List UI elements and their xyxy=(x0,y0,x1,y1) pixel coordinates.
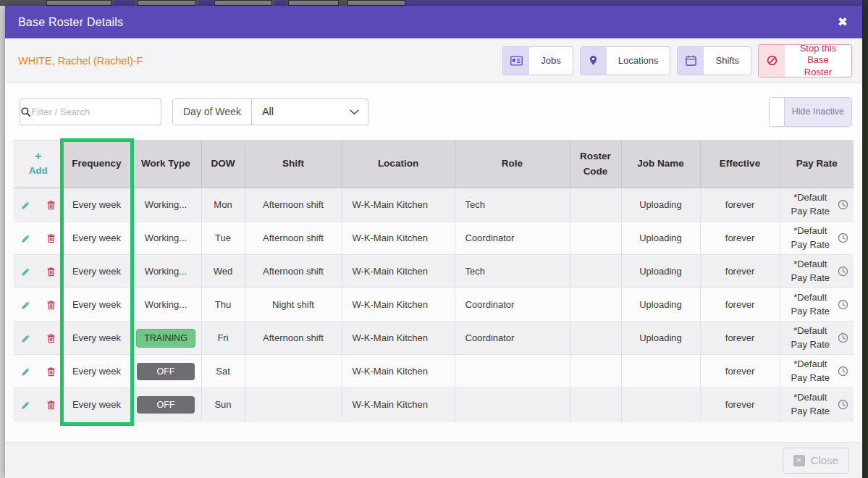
hide-inactive-button[interactable]: Hide Inactive xyxy=(769,97,852,127)
background-button xyxy=(138,0,195,6)
location-cell: W-K-Main Kitchen xyxy=(342,188,455,222)
stop-base-roster-button[interactable]: Stop this Base Roster xyxy=(758,44,852,77)
column-header-role: Role xyxy=(455,141,570,188)
delete-icon[interactable] xyxy=(46,267,56,277)
role-cell: Coordinator xyxy=(455,322,570,355)
pay-rate-cell: *Default Pay Rate xyxy=(780,322,854,355)
job-name-cell xyxy=(621,388,700,422)
dow-cell: Fri xyxy=(201,322,245,355)
frequency-cell: Every week xyxy=(63,188,130,222)
column-header-roster-code: Roster Code xyxy=(570,141,621,188)
shift-cell: Night shift xyxy=(245,288,342,322)
dow-cell: Tue xyxy=(201,222,245,255)
job-name-cell: Uploading xyxy=(621,288,700,322)
pay-rate-cell: *Default Pay Rate xyxy=(780,388,854,422)
pay-rate-cell: *Default Pay Rate xyxy=(780,222,854,255)
pay-rate-cell: *Default Pay Rate xyxy=(780,255,854,288)
plus-icon: + xyxy=(14,150,63,162)
column-header-shift: Shift xyxy=(245,141,342,188)
close-button[interactable]: ✕ Close xyxy=(783,448,849,474)
table-row: Every week Working... Mon Afternoon shif… xyxy=(14,188,854,222)
action-button-group: Jobs Locations Shifts xyxy=(502,44,852,77)
location-cell: W-K-Main Kitchen xyxy=(342,388,455,422)
table-row: Every week TRAINING Fri Afternoon shift … xyxy=(14,322,854,355)
close-button-label: Close xyxy=(811,454,838,466)
table-header-row: + Add Frequency Work Type DOW Shift Loca… xyxy=(14,141,854,188)
locations-button[interactable]: Locations xyxy=(580,46,671,75)
delete-icon[interactable] xyxy=(46,200,56,210)
background-right-strip xyxy=(862,0,868,478)
locations-button-label: Locations xyxy=(607,47,670,75)
dow-cell: Sat xyxy=(201,355,245,388)
effective-cell: forever xyxy=(700,222,780,255)
add-button[interactable]: + Add xyxy=(14,141,63,188)
work-type-cell: Working... xyxy=(130,255,201,288)
search-group xyxy=(20,98,161,125)
effective-cell: forever xyxy=(700,255,780,288)
location-cell: W-K-Main Kitchen xyxy=(342,288,455,322)
day-of-week-label: Day of Week xyxy=(173,99,252,125)
table-row: Every week Working... Tue Afternoon shif… xyxy=(14,222,854,255)
roster-code-cell xyxy=(570,288,621,322)
shifts-button[interactable]: Shifts xyxy=(677,46,751,75)
day-of-week-select[interactable]: All xyxy=(252,99,368,125)
table-row: Every week Working... Wed Afternoon shif… xyxy=(14,255,854,288)
shift-cell: Afternoon shift xyxy=(245,322,342,355)
role-cell: Coordinator xyxy=(455,288,570,322)
edit-icon[interactable] xyxy=(21,366,31,377)
close-icon[interactable]: ✖ xyxy=(838,16,848,28)
delete-icon[interactable] xyxy=(46,233,56,243)
modal-subheader: WHITE, Rachel (Rachel)-F Jobs Locations xyxy=(5,38,862,83)
off-badge: OFF xyxy=(137,363,195,380)
roster-table-wrap: + Add Frequency Work Type DOW Shift Loca… xyxy=(14,140,854,422)
search-icon xyxy=(20,106,31,117)
day-of-week-value: All xyxy=(262,106,274,117)
edit-icon[interactable] xyxy=(21,267,31,277)
close-box-icon: ✕ xyxy=(793,455,805,466)
role-cell xyxy=(455,355,570,388)
column-header-dow: DOW xyxy=(201,141,245,188)
actions-cell xyxy=(14,188,63,222)
location-cell: W-K-Main Kitchen xyxy=(342,255,455,288)
hide-inactive-icon-slot xyxy=(770,98,785,126)
delete-icon[interactable] xyxy=(46,366,56,377)
delete-icon[interactable] xyxy=(46,333,56,343)
delete-icon[interactable] xyxy=(46,400,56,410)
job-name-cell xyxy=(621,355,700,388)
roster-code-cell xyxy=(570,255,621,288)
shifts-button-label: Shifts xyxy=(704,47,751,75)
shift-cell xyxy=(245,388,342,422)
filter-bar: Day of Week All Hide Inactive xyxy=(5,83,862,140)
column-header-frequency: Frequency xyxy=(63,141,130,188)
edit-icon[interactable] xyxy=(21,333,31,343)
modal-header: Base Roster Details ✖ xyxy=(5,6,862,38)
modal-title: Base Roster Details xyxy=(18,16,123,29)
table-row: Every week Working... Thu Night shift W-… xyxy=(14,288,854,322)
frequency-cell: Every week xyxy=(63,222,130,255)
clock-icon xyxy=(838,299,848,314)
delete-icon[interactable] xyxy=(46,300,56,310)
role-cell: Tech xyxy=(455,255,570,288)
work-type-cell: Working... xyxy=(130,288,201,322)
actions-cell xyxy=(14,222,63,255)
job-name-cell: Uploading xyxy=(621,188,700,222)
stop-base-roster-label: Stop this Base Roster xyxy=(785,45,851,77)
edit-icon[interactable] xyxy=(21,300,31,310)
background-purple-strip xyxy=(405,0,868,6)
background-divider xyxy=(198,0,213,6)
prohibit-icon xyxy=(759,45,785,77)
shift-cell: Afternoon shift xyxy=(245,255,342,288)
edit-icon[interactable] xyxy=(21,233,31,243)
job-name-cell: Uploading xyxy=(621,322,700,355)
search-input[interactable] xyxy=(31,99,164,125)
clock-icon xyxy=(838,266,848,281)
edit-icon[interactable] xyxy=(21,200,31,210)
roster-code-cell xyxy=(570,188,621,222)
roster-code-cell xyxy=(570,355,621,388)
location-cell: W-K-Main Kitchen xyxy=(342,355,455,388)
edit-icon[interactable] xyxy=(21,400,31,410)
jobs-button[interactable]: Jobs xyxy=(502,46,573,75)
column-header-location: Location xyxy=(342,141,455,188)
clock-icon xyxy=(838,232,848,248)
frequency-cell: Every week xyxy=(63,288,130,322)
